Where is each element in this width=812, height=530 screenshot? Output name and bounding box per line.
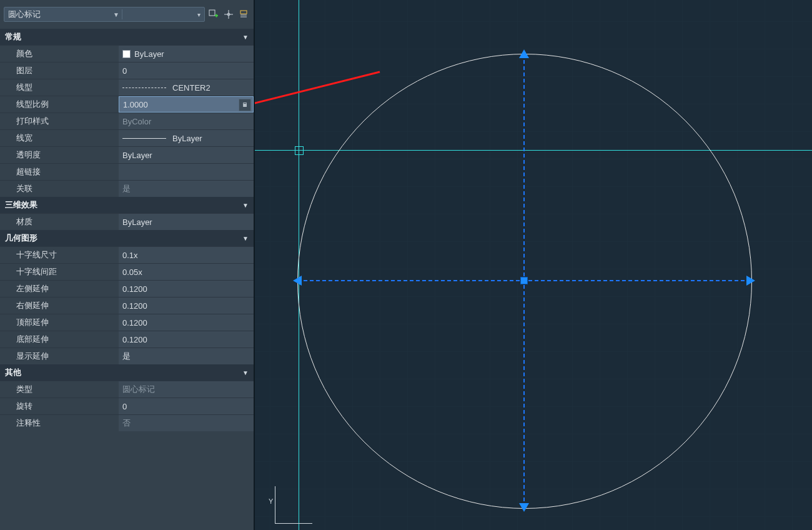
prop-label: 线型 (0, 82, 119, 93)
svg-rect-2 (216, 14, 217, 18)
section-header-3d[interactable]: 三维效果 ▼ (0, 197, 254, 213)
material-value-text: ByLayer (122, 218, 152, 227)
layer-value-text: 0 (122, 66, 127, 76)
prop-value-ltscale-input[interactable]: 1.0000 🖩 (119, 96, 254, 112)
ucs-y-label: Y (269, 498, 273, 505)
dropdown-divider (122, 9, 122, 19)
properties-panel: 圆心标记 ▼ ▾ 常规 ▼ 颜色 ByLayer 图层 0 线型 (0, 0, 255, 530)
prop-value-showext[interactable]: 是 (119, 348, 254, 364)
prop-label: 打印样式 (0, 116, 119, 127)
prop-value-lineweight[interactable]: ByLayer (119, 130, 254, 146)
grip-arrow-left[interactable] (293, 276, 302, 286)
plotstyle-value-text: ByColor (122, 117, 151, 126)
section-header-general[interactable]: 常规 ▼ (0, 29, 254, 45)
type-value-text: 圆心标记 (122, 384, 155, 395)
chevron-down-icon: ▼ (242, 235, 249, 242)
prop-row-color[interactable]: 颜色 ByLayer (0, 45, 254, 62)
prop-label: 关联 (0, 183, 119, 194)
prop-row-crosssize[interactable]: 十字线尺寸 0.1x (0, 246, 254, 263)
prop-label: 旋转 (0, 401, 119, 412)
prop-label: 材质 (0, 216, 119, 228)
prop-value-hyperlink[interactable] (119, 164, 254, 180)
chevron-down-icon: ▼ (242, 369, 249, 376)
prop-label: 透明度 (0, 149, 119, 161)
prop-row-showext[interactable]: 显示延伸 是 (0, 348, 254, 364)
prop-row-hyperlink[interactable]: 超链接 (0, 163, 254, 180)
transparency-value-text: ByLayer (122, 151, 152, 160)
section-title: 几何图形 (5, 232, 37, 244)
associative-value-text: 是 (122, 183, 131, 194)
prop-label: 图层 (0, 65, 119, 76)
prop-label: 左侧延伸 (0, 283, 119, 294)
prop-row-rotation[interactable]: 旋转 0 (0, 398, 254, 414)
color-swatch-icon (122, 50, 131, 58)
prop-row-rightext[interactable]: 右侧延伸 0.1200 (0, 297, 254, 314)
section-header-geometry[interactable]: 几何图形 ▼ (0, 230, 254, 246)
ucs-y-axis-icon (275, 486, 275, 524)
section-title: 三维效果 (5, 199, 37, 211)
prop-label: 类型 (0, 384, 119, 395)
annotative-value-text: 否 (122, 418, 131, 429)
chevron-down-icon: ▼ (113, 11, 119, 18)
prop-row-bottomext[interactable]: 底部延伸 0.1200 (0, 331, 254, 348)
dropdown-selected-label: 圆心标记 (8, 9, 41, 20)
filter-icon[interactable] (237, 8, 250, 21)
prop-value-linetype[interactable]: CENTER2 (119, 79, 254, 96)
prop-row-transparency[interactable]: 透明度 ByLayer (0, 146, 254, 163)
quick-select-icon[interactable] (207, 8, 220, 21)
prop-label: 右侧延伸 (0, 300, 119, 311)
topext-value-text: 0.1200 (122, 318, 147, 328)
ucs-x-axis-icon (275, 523, 312, 524)
drawing-canvas[interactable]: Y (255, 0, 812, 530)
svg-rect-6 (240, 11, 247, 14)
prop-label: 注释性 (0, 418, 119, 429)
prop-value-layer[interactable]: 0 (119, 62, 254, 79)
calculator-icon[interactable]: 🖩 (239, 99, 251, 111)
prop-row-material[interactable]: 材质 ByLayer (0, 213, 254, 230)
grip-center[interactable] (520, 277, 528, 284)
prop-value-bottomext[interactable]: 0.1200 (119, 331, 254, 348)
prop-row-leftext[interactable]: 左侧延伸 0.1200 (0, 280, 254, 297)
center-mark-entity[interactable] (297, 54, 751, 508)
prop-row-type: 类型 圆心标记 (0, 381, 254, 398)
section-header-misc[interactable]: 其他 ▼ (0, 364, 254, 381)
rightext-value-text: 0.1200 (122, 301, 147, 311)
prop-row-ltscale[interactable]: 线型比例 1.0000 🖩 (0, 96, 254, 112)
showext-value-text: 是 (122, 351, 131, 362)
prop-label: 超链接 (0, 166, 119, 178)
prop-value-rightext[interactable]: 0.1200 (119, 298, 254, 314)
prop-value-transparency[interactable]: ByLayer (119, 147, 254, 163)
prop-value-crossgap[interactable]: 0.05x (119, 264, 254, 280)
object-type-dropdown[interactable]: 圆心标记 ▼ ▾ (4, 7, 205, 22)
prop-value-leftext[interactable]: 0.1200 (119, 281, 254, 297)
prop-label: 十字线尺寸 (0, 249, 119, 261)
pickpoint-icon[interactable] (222, 8, 235, 21)
ltscale-value-text: 1.0000 (123, 100, 148, 109)
crosssize-value-text: 0.1x (122, 251, 138, 260)
prop-row-annotative: 注释性 否 (0, 414, 254, 431)
lineweight-value-text: ByLayer (172, 134, 202, 143)
prop-value-color[interactable]: ByLayer (119, 46, 254, 62)
prop-row-topext[interactable]: 顶部延伸 0.1200 (0, 314, 254, 331)
chevron-down-icon: ▼ (242, 202, 249, 209)
prop-row-lineweight[interactable]: 线宽 ByLayer (0, 129, 254, 146)
section-title: 常规 (5, 31, 21, 42)
linetype-preview-icon (122, 88, 166, 88)
prop-value-material[interactable]: ByLayer (119, 214, 254, 230)
prop-value-topext[interactable]: 0.1200 (119, 314, 254, 331)
rotation-value-text: 0 (122, 402, 127, 411)
menu-down-icon: ▾ (197, 11, 201, 18)
prop-value-rotation[interactable]: 0 (119, 398, 254, 414)
prop-row-linetype[interactable]: 线型 CENTER2 (0, 79, 254, 96)
grip-arrow-right[interactable] (746, 276, 755, 286)
bottomext-value-text: 0.1200 (122, 335, 147, 344)
prop-row-crossgap[interactable]: 十字线间距 0.05x (0, 263, 254, 280)
grip-arrow-bottom[interactable] (519, 503, 529, 512)
prop-value-crosssize[interactable]: 0.1x (119, 247, 254, 263)
chevron-down-icon: ▼ (242, 34, 249, 41)
prop-row-plotstyle: 打印样式 ByColor (0, 112, 254, 129)
prop-row-layer[interactable]: 图层 0 (0, 62, 254, 79)
prop-value-plotstyle: ByColor (119, 113, 254, 129)
grip-arrow-top[interactable] (519, 49, 529, 58)
color-value-text: ByLayer (134, 49, 164, 59)
